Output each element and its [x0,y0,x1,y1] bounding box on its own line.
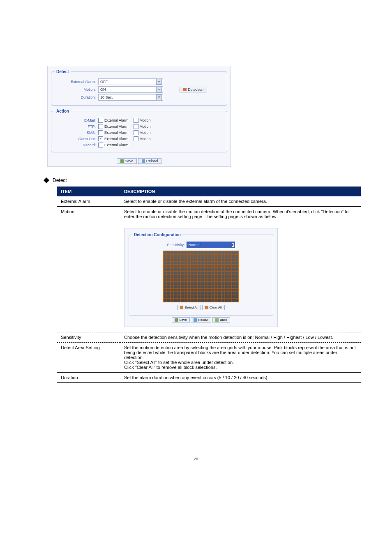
checkbox-label: External Alarm [104,124,129,129]
diamond-icon [44,177,49,183]
duration-select[interactable]: 10 Sec. ▾ [98,94,163,101]
select-all-label: Select All [184,306,198,309]
detection-grid[interactable] [163,251,239,302]
alarmout-ext-checkbox[interactable]: ✔ [98,136,103,141]
row-item: External Alarm [57,196,120,207]
detection-button-label: Detection [188,88,203,92]
save-button[interactable]: Save [117,158,137,164]
button-row: Save Reload [48,156,231,166]
checkbox-label: Motion [140,118,151,122]
clear-all-label: Clear All [210,306,222,309]
duration-value: 10 Sec. [100,95,113,99]
row-desc: Set the alarm duration when any event oc… [120,373,361,383]
detection-config-fieldset: Detection Configuration Sensitivity: Nor… [129,233,273,315]
row-item: Motion [57,207,120,332]
ftp-ext-checkbox[interactable] [98,124,103,129]
inner-reload-label: Reload [198,318,208,322]
checkbox-label: Motion [140,137,151,141]
detect-fieldset: Detect External Alarm: OFF ▾ Motion: ON … [51,69,227,106]
action-fieldset: Action E-Mail: External Alarm Motion FTP… [51,109,227,152]
alarmout-motion-checkbox[interactable] [134,136,138,141]
trigger-config-screenshot: Detect External Alarm: OFF ▾ Motion: ON … [47,66,231,167]
inner-save-label: Save [179,318,187,322]
reload-icon [194,318,197,322]
page-number: 26 [25,457,367,461]
section-heading-text: Detect [53,177,67,183]
reload-icon [142,159,145,163]
grid-icon [205,306,208,309]
inner-back-label: Back [220,318,227,322]
ftp-motion-checkbox[interactable] [134,124,138,129]
row-desc: Select to enable or disable the external… [120,196,361,207]
reload-button-label: Reload [146,159,158,163]
checkbox-label: External Alarm [104,143,129,147]
detection-config-legend: Detection Configuration [132,233,182,237]
checkbox-label: Motion [140,124,151,129]
email-label: E-Mail: [55,118,98,122]
chevron-down-icon: ▾ [156,79,162,85]
detect-legend: Detect [55,69,71,74]
chevron-down-icon: ▾ [156,94,162,100]
description-table: ITEM DESCRIPTION External Alarm Select t… [57,187,361,383]
motion-value: ON [100,88,106,92]
inner-save-button[interactable]: Save [172,317,189,322]
back-icon [215,318,219,322]
row-item: Sensitivity [57,332,120,343]
email-motion-checkbox[interactable] [134,118,138,123]
email-ext-checkbox[interactable] [98,118,103,123]
save-icon [120,159,124,163]
inner-reload-button[interactable]: Reload [191,317,211,322]
record-ext-checkbox[interactable] [98,143,103,147]
page: Detect External Alarm: OFF ▾ Motion: ON … [0,0,392,486]
section-heading: Detect [44,177,367,183]
external-alarm-value: OFF [100,80,108,84]
detection-icon [183,88,187,91]
external-alarm-select[interactable]: OFF ▾ [98,78,163,85]
action-legend: Action [55,109,71,113]
row-desc: Choose the detection sensitivity when th… [120,332,361,343]
th-desc: DESCRIPTION [120,187,361,196]
sensitivity-value: Normal [189,243,201,247]
ftp-label: FTP: [55,124,98,129]
select-all-button[interactable]: Select All [177,305,201,310]
reload-button[interactable]: Reload [138,158,162,164]
record-label: Record: [55,143,98,147]
th-item: ITEM [57,187,120,196]
save-icon [175,318,178,322]
row-desc: Set the motion detection area by selecti… [120,343,361,373]
sms-motion-checkbox[interactable] [134,130,138,135]
inner-back-button[interactable]: Back [212,317,230,322]
detection-config-screenshot: Detection Configuration Sensitivity: Nor… [124,228,278,327]
motion-select[interactable]: ON ▾ [98,86,163,93]
chevron-down-icon: ▾ [156,87,162,92]
duration-label: Duration: [55,95,98,99]
chevron-down-icon: ▾ [232,243,234,247]
motion-label: Motion: [55,88,98,92]
checkbox-label: Motion [140,131,151,135]
inner-screenshot-cell: Detection Configuration Sensitivity: Nor… [120,221,361,332]
sensitivity-label: Sensitivity: [167,243,184,247]
row-item: Detect Area Setting [57,343,120,373]
grid-icon [180,306,183,309]
sms-ext-checkbox[interactable] [98,130,103,135]
external-alarm-label: External Alarm: [55,80,98,84]
clear-all-button[interactable]: Clear All [202,305,225,310]
row-item: Duration [57,373,120,383]
checkbox-label: External Alarm [104,118,129,122]
sensitivity-select[interactable]: Normal ▾ [187,242,235,248]
detection-button[interactable]: Detection [180,87,207,92]
checkbox-label: External Alarm [104,131,129,135]
alarmout-label: Alarm Out: [55,137,98,141]
row-desc: Select to enable or disable the motion d… [120,207,361,222]
sms-label: SMS: [55,131,98,135]
save-button-label: Save [125,159,134,163]
checkbox-label: External Alarm [104,137,129,141]
